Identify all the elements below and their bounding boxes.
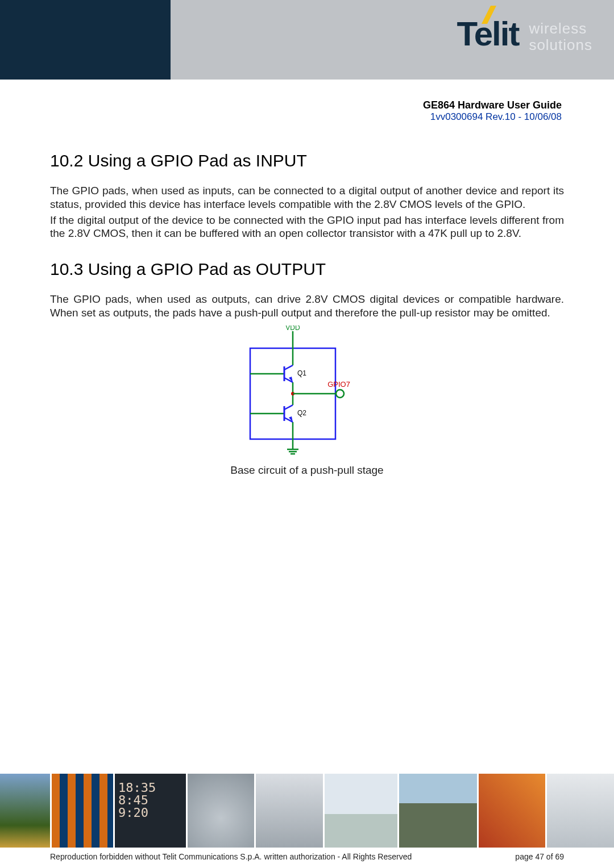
svg-line-11 bbox=[284, 365, 293, 370]
footer-tile bbox=[399, 774, 479, 848]
tagline-line1: wireless bbox=[529, 20, 592, 37]
para-10-2-a: The GPIO pads, when used as inputs, can … bbox=[50, 184, 564, 211]
footer-tile bbox=[256, 774, 325, 848]
doc-title: GE864 Hardware User Guide bbox=[423, 99, 562, 111]
para-10-3-a: The GPIO pads, when used as outputs, can… bbox=[50, 293, 564, 320]
svg-point-21 bbox=[336, 390, 344, 398]
page-number: page 47 of 69 bbox=[515, 852, 564, 861]
footer-tile bbox=[325, 774, 399, 848]
doc-meta: GE864 Hardware User Guide 1vv0300694 Rev… bbox=[423, 99, 562, 123]
diagram-q2-icon bbox=[250, 405, 293, 422]
push-pull-diagram: VDD Q1 bbox=[50, 326, 564, 477]
doc-revision: 1vv0300694 Rev.10 - 10/06/08 bbox=[423, 111, 562, 123]
diagram-vdd-label: VDD bbox=[285, 326, 300, 332]
diagram-q1-label: Q1 bbox=[297, 369, 306, 377]
heading-10-2: 10.2 Using a GPIO Pad as INPUT bbox=[50, 151, 564, 170]
footer-photo-strip: 18:358:459:20 bbox=[0, 772, 614, 848]
footer-tile bbox=[52, 774, 115, 848]
footer-tile bbox=[0, 774, 52, 848]
tagline: wireless solutions bbox=[529, 20, 592, 53]
footer-tile bbox=[547, 774, 614, 848]
tagline-line2: solutions bbox=[529, 37, 592, 53]
header-band: Telit wireless solutions bbox=[0, 0, 614, 82]
footer-tile bbox=[188, 774, 256, 848]
header-navy-block bbox=[0, 0, 171, 80]
heading-10-3: 10.3 Using a GPIO Pad as OUTPUT bbox=[50, 260, 564, 279]
diagram-q2-label: Q2 bbox=[297, 409, 306, 417]
svg-line-16 bbox=[284, 405, 293, 410]
diagram-gpio-label: GPIO7 bbox=[327, 380, 350, 389]
telit-logo: Telit wireless solutions bbox=[457, 17, 592, 53]
telit-slash-icon bbox=[479, 5, 500, 25]
para-10-2-b: If the digital output of the device to b… bbox=[50, 214, 564, 241]
diagram-q1-icon bbox=[250, 365, 293, 382]
legal-line: Reproduction forbidden without Telit Com… bbox=[50, 852, 564, 861]
diagram-caption: Base circuit of a push-pull stage bbox=[230, 464, 383, 477]
footer-tile bbox=[479, 774, 547, 848]
page: Telit wireless solutions GE864 Hardware … bbox=[0, 0, 614, 868]
copyright-text: Reproduction forbidden without Telit Com… bbox=[50, 852, 412, 861]
telit-wordmark: Telit bbox=[457, 17, 518, 51]
footer-tile: 18:358:459:20 bbox=[115, 774, 188, 848]
content: 10.2 Using a GPIO Pad as INPUT The GPIO … bbox=[50, 142, 564, 477]
